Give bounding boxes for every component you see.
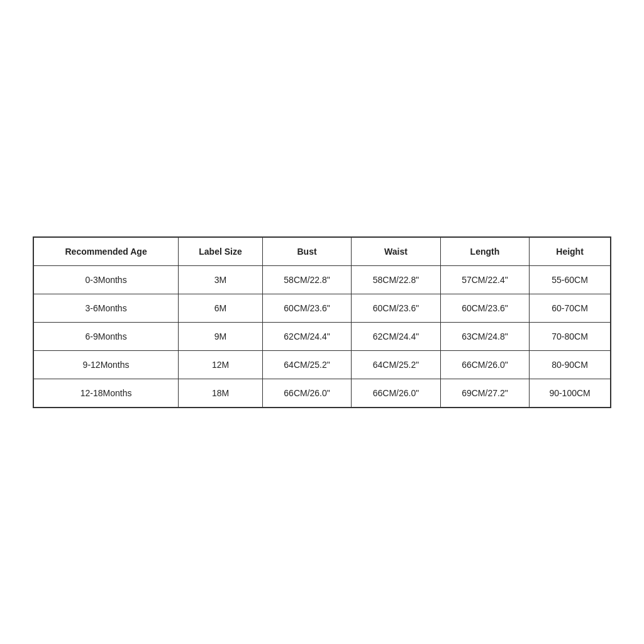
cell-length: 60CM/23.6": [440, 294, 529, 322]
cell-waist: 62CM/24.4": [352, 322, 440, 350]
cell-age: 12-18Months: [34, 379, 179, 407]
cell-label_size: 3M: [179, 265, 263, 294]
cell-bust: 62CM/24.4": [262, 322, 351, 350]
table-row: 12-18Months18M66CM/26.0"66CM/26.0"69CM/2…: [34, 379, 611, 407]
cell-label_size: 18M: [179, 379, 263, 407]
cell-height: 55-60CM: [530, 265, 611, 294]
col-header-length: Length: [440, 237, 529, 265]
table-row: 3-6Months6M60CM/23.6"60CM/23.6"60CM/23.6…: [34, 294, 611, 322]
cell-waist: 64CM/25.2": [352, 350, 440, 379]
cell-label_size: 6M: [179, 294, 263, 322]
cell-bust: 58CM/22.8": [262, 265, 351, 294]
cell-length: 63CM/24.8": [440, 322, 529, 350]
col-header-waist: Waist: [352, 237, 440, 265]
cell-height: 70-80CM: [530, 322, 611, 350]
cell-bust: 60CM/23.6": [262, 294, 351, 322]
cell-waist: 66CM/26.0": [352, 379, 440, 407]
cell-label_size: 9M: [179, 322, 263, 350]
size-chart-container: Recommended Age Label Size Bust Waist Le…: [33, 236, 611, 408]
cell-length: 69CM/27.2": [440, 379, 529, 407]
cell-height: 60-70CM: [530, 294, 611, 322]
cell-length: 66CM/26.0": [440, 350, 529, 379]
table-row: 6-9Months9M62CM/24.4"62CM/24.4"63CM/24.8…: [34, 322, 611, 350]
col-header-bust: Bust: [262, 237, 351, 265]
cell-waist: 60CM/23.6": [352, 294, 440, 322]
cell-bust: 64CM/25.2": [262, 350, 351, 379]
table-row: 0-3Months3M58CM/22.8"58CM/22.8"57CM/22.4…: [34, 265, 611, 294]
cell-waist: 58CM/22.8": [352, 265, 440, 294]
cell-height: 80-90CM: [530, 350, 611, 379]
cell-age: 3-6Months: [34, 294, 179, 322]
size-chart-table: Recommended Age Label Size Bust Waist Le…: [33, 237, 611, 408]
col-header-age: Recommended Age: [34, 237, 179, 265]
cell-age: 6-9Months: [34, 322, 179, 350]
col-header-label-size: Label Size: [179, 237, 263, 265]
table-header-row: Recommended Age Label Size Bust Waist Le…: [34, 237, 611, 265]
cell-age: 0-3Months: [34, 265, 179, 294]
cell-bust: 66CM/26.0": [262, 379, 351, 407]
table-row: 9-12Months12M64CM/25.2"64CM/25.2"66CM/26…: [34, 350, 611, 379]
cell-height: 90-100CM: [530, 379, 611, 407]
col-header-height: Height: [530, 237, 611, 265]
cell-length: 57CM/22.4": [440, 265, 529, 294]
cell-label_size: 12M: [179, 350, 263, 379]
cell-age: 9-12Months: [34, 350, 179, 379]
